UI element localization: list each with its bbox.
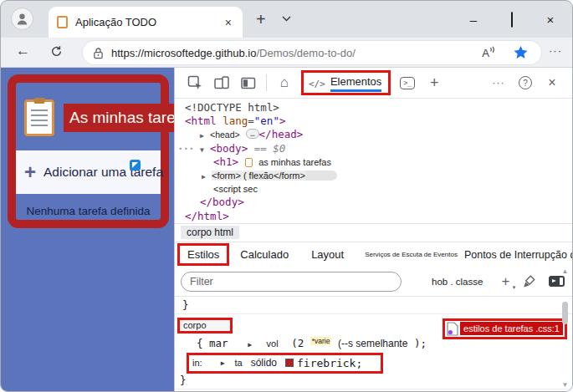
scroll-down-icon[interactable]: ▼ [562, 381, 569, 389]
scrollbar-thumb[interactable] [562, 302, 568, 324]
refresh-icon [50, 45, 63, 58]
device-toolbar-icon [214, 76, 229, 89]
dom-line-h1[interactable]: <h1> as minhas tarefas [175, 155, 572, 169]
breadcrumb[interactable]: corpo html [181, 226, 239, 239]
toolbar-separator [266, 74, 267, 91]
devtools-close-button[interactable]: × [541, 72, 563, 94]
scroll-up-icon[interactable]: ▲ [562, 267, 569, 275]
element-state-button[interactable] [523, 275, 535, 288]
address-toolbar: ← https://microsoftedge.github.io/Demos/… [1, 38, 572, 68]
inspect-cursor-icon [187, 75, 202, 90]
add-plus-icon: + [24, 162, 36, 182]
styles-tab-bar: Estilos Calculado Layout Serviços de Esc… [175, 242, 572, 267]
rule-selector[interactable]: corpo [177, 318, 233, 333]
expand-triangle-icon[interactable]: ▶ [221, 359, 225, 367]
stylesheet-link[interactable]: estilos de tarefas .css:1 [443, 318, 567, 339]
dom-line-body[interactable]: ···▼<body> == $0 [175, 142, 572, 155]
add-task-button[interactable]: + Adicionar uma tarefa [16, 150, 161, 194]
styles-scrollbar[interactable]: ▲ ▼ [560, 267, 570, 389]
clipboard-icon [24, 99, 54, 136]
tab-close-icon[interactable]: × [223, 16, 234, 29]
browser-tab[interactable]: Aplicação TODO × [49, 7, 243, 38]
style-filter-input[interactable] [181, 272, 402, 292]
profile-avatar[interactable] [11, 8, 33, 30]
add-devtools-tab-button[interactable]: + [423, 72, 445, 94]
url-text[interactable]: https://microsoftedge.github.io/Demos/de… [111, 47, 482, 59]
tab-elements[interactable]: </> Elementos [301, 70, 391, 95]
url-host: https://microsoftedge.github.io [111, 47, 256, 59]
devtools-toolbar: ⌂ </> Elementos >_ + ··· ? × [175, 68, 572, 99]
tab-computed[interactable]: Calculado [240, 248, 289, 261]
brush-icon [523, 275, 535, 288]
rule-close-brace: } [175, 374, 572, 387]
dom-line-body-close[interactable]: </body> [175, 196, 572, 209]
prop-value-firebrick: firebrick; [297, 357, 362, 369]
back-button[interactable]: ← [16, 43, 30, 59]
dom-line-html-open[interactable]: <html lang="en"> [175, 115, 572, 128]
console-icon: >_ [400, 77, 415, 89]
h1-text: as minhas tarefas [258, 157, 331, 167]
prop-token: sólido [251, 357, 277, 369]
script-text: <script sec [213, 184, 258, 194]
prop-token: (--s semelhante [338, 338, 407, 349]
css-property-border[interactable]: in: ▶ ta sólido firebrick; [187, 353, 383, 374]
node-menu-dots-icon[interactable]: ··· [177, 142, 194, 155]
html-tag: <html [185, 115, 217, 127]
stylesheet-link-label: estilos de tarefas .css:1 [460, 322, 563, 335]
devtools-home-button[interactable]: ⌂ [274, 72, 295, 94]
app-title: As minhas tarefas [64, 104, 174, 132]
closing-brace: } [175, 298, 572, 312]
tab-dom-breakpoints[interactable]: Pontos de Interrupção do DOM [464, 249, 572, 261]
tab-console-drawer[interactable]: >_ [396, 72, 418, 94]
ellipsis-pill[interactable]: … [246, 129, 258, 139]
window-close-button[interactable]: × [544, 13, 557, 27]
prop-token: ); [414, 337, 427, 349]
favorite-star-icon[interactable] [514, 46, 528, 59]
new-style-rule-button[interactable]: +▾ [501, 273, 509, 290]
app-heading-row: As minhas tarefas [24, 99, 161, 136]
tab-event-listeners[interactable]: Serviços de Escuta de Eventos [365, 251, 458, 258]
tab-list-chevron-down-icon[interactable] [282, 16, 291, 22]
minimize-button[interactable]: – [467, 13, 480, 27]
dom-line-html-close[interactable]: </html> [175, 210, 572, 223]
window-controls: – × [467, 1, 565, 38]
devtools-menu-button[interactable]: ··· [488, 72, 509, 94]
dock-side-button[interactable] [238, 72, 259, 94]
browser-menu-button[interactable]: ··· [549, 44, 562, 57]
inspect-element-button[interactable] [184, 72, 206, 94]
tab-strip: Aplicação TODO × + – × [1, 1, 572, 38]
expand-triangle-icon[interactable]: ▶ [248, 341, 252, 349]
prop-token: (2 [291, 337, 304, 349]
dom-line-script[interactable]: <script sec [175, 182, 572, 196]
app-firebrick-border: As minhas tarefas + Adicionar uma tarefa… [8, 74, 169, 228]
help-icon: ? [519, 76, 532, 89]
dom-breadcrumbs: corpo html [175, 223, 572, 242]
window-content: As minhas tarefas + Adicionar uma tarefa… [1, 68, 572, 392]
devtools-help-button[interactable]: ? [514, 72, 536, 94]
dom-line-doctype[interactable]: <!DOCTYPE html> [175, 101, 572, 115]
refresh-button[interactable] [50, 45, 63, 58]
dom-line-form[interactable]: ▶<form> ( flexão</form> [175, 169, 572, 182]
head-open: <head> [210, 130, 240, 140]
rule-divider [175, 313, 572, 314]
address-bar[interactable]: https://microsoftedge.github.io/Demos/de… [83, 41, 541, 64]
doctype-text: <!DOCTYPE html> [185, 101, 279, 114]
var-tooltip-token: *varie [310, 337, 332, 345]
style-rule-corpo: corpo estilos de tarefas .css:1 { mar ▶ … [175, 316, 572, 387]
new-tab-button[interactable]: + [256, 10, 266, 29]
read-aloud-button[interactable]: A [482, 47, 495, 59]
form-text: <form> ( flexão</form> [212, 171, 305, 181]
prop-token: { mar [197, 337, 228, 349]
equals: = [248, 115, 254, 127]
maximize-button[interactable] [505, 13, 519, 27]
color-swatch-firebrick[interactable] [285, 359, 294, 367]
person-icon [15, 12, 29, 26]
tab-layout[interactable]: Layout [311, 248, 344, 261]
devtools-panel: ⌂ </> Elementos >_ + ··· ? × <!DOCTYPE h… [174, 68, 572, 392]
lang-value: "en" [254, 115, 279, 127]
dom-line-head[interactable]: ▶<head> …</head> [175, 128, 572, 141]
device-emulation-button[interactable] [211, 72, 233, 94]
tab-styles[interactable]: Estilos [177, 243, 229, 266]
hov-cls-toggle[interactable]: hob . classe [432, 277, 483, 287]
read-aloud-label: A [482, 47, 489, 59]
